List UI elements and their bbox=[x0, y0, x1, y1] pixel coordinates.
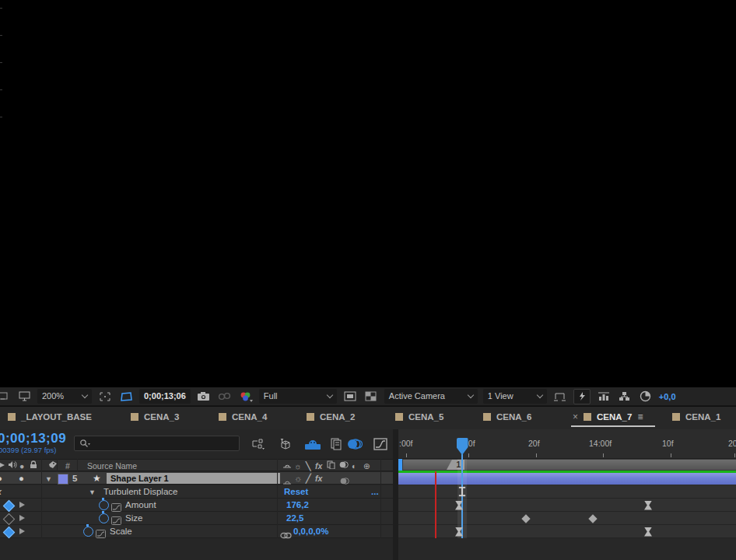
transparency-grid-icon[interactable] bbox=[363, 390, 379, 404]
timeline-button-icon[interactable] bbox=[596, 390, 612, 404]
layer-duration-bar[interactable] bbox=[398, 473, 736, 485]
tab-close-icon[interactable]: × bbox=[573, 411, 578, 422]
property-row-amount[interactable]: Amount 176,2 bbox=[0, 499, 393, 512]
timeline-column-header: ● # Source Name ☼ ╲ fx ◐ ⊕ bbox=[0, 459, 393, 471]
view-layout-select[interactable]: 1 View bbox=[483, 389, 547, 404]
target-region-icon[interactable] bbox=[342, 390, 358, 404]
comp-tab-CENA_6[interactable]: CENA_6 bbox=[483, 407, 531, 427]
show-snapshot-icon[interactable] bbox=[217, 390, 233, 404]
layer-fx-icon[interactable]: fx bbox=[315, 472, 322, 485]
link-dimensions-icon[interactable] bbox=[280, 528, 292, 542]
next-keyframe-icon[interactable] bbox=[19, 515, 25, 521]
label-color-chip[interactable] bbox=[58, 474, 68, 485]
tab-label: CENA_6 bbox=[496, 412, 531, 422]
layer-twirl-icon[interactable]: ▼ bbox=[45, 473, 52, 485]
ruler-label: :00f bbox=[399, 439, 413, 448]
frame-rate-info: 00399 (29.97 fps) bbox=[0, 446, 56, 454]
layer-number-column[interactable]: # bbox=[65, 460, 70, 471]
layer-number: 5 bbox=[72, 472, 77, 485]
preview-timecode-field[interactable]: 0;00;13;06 bbox=[139, 389, 191, 404]
video-column-icon bbox=[0, 460, 6, 471]
exposure-value[interactable]: +0,0 bbox=[659, 392, 676, 401]
comp-tab-_LAYOUT_BASE[interactable]: _LAYOUT_BASE bbox=[8, 407, 92, 427]
solo-toggle[interactable]: ● bbox=[19, 472, 24, 485]
scale-track[interactable] bbox=[398, 525, 736, 538]
property-value[interactable]: 22,5 bbox=[286, 512, 303, 524]
stopwatch-icon[interactable] bbox=[99, 500, 109, 510]
pane-divider[interactable] bbox=[393, 429, 398, 560]
camera-view-select[interactable]: Active Camera bbox=[384, 389, 478, 404]
next-keyframe-icon[interactable] bbox=[19, 528, 25, 534]
property-name[interactable]: Scale bbox=[110, 525, 132, 537]
tab-menu-icon[interactable]: ≡ bbox=[637, 411, 642, 422]
work-area-strip[interactable]: 1 bbox=[398, 459, 736, 471]
comp-tab-CENA_3[interactable]: CENA_3 bbox=[131, 407, 179, 427]
frame-blending-icon[interactable] bbox=[327, 436, 345, 452]
graph-editor-icon[interactable] bbox=[371, 436, 390, 452]
comp-flowchart-icon[interactable] bbox=[617, 390, 633, 404]
column-divider bbox=[277, 459, 278, 538]
property-row-size[interactable]: Size 22,5 bbox=[0, 512, 393, 525]
reset-exposure-icon[interactable] bbox=[638, 390, 654, 404]
effect-name[interactable]: Turbulent Displace bbox=[103, 485, 177, 498]
source-name-column[interactable]: Source Name bbox=[87, 460, 137, 471]
region-of-interest-icon[interactable] bbox=[118, 390, 134, 404]
graph-toggle-icon[interactable] bbox=[96, 527, 106, 541]
draft-3d-icon[interactable] bbox=[276, 436, 295, 452]
comp-mini-flowchart-icon[interactable] bbox=[249, 436, 268, 452]
comp-tab-CENA_4[interactable]: CENA_4 bbox=[219, 407, 267, 427]
property-name[interactable]: Size bbox=[125, 512, 142, 524]
keyframe-nav-diamond[interactable] bbox=[3, 527, 16, 539]
fast-previews-icon[interactable] bbox=[573, 389, 591, 404]
layer-quality-icon[interactable]: ╱ bbox=[306, 472, 311, 485]
tab-label: CENA_2 bbox=[320, 412, 355, 422]
tab-label: CENA_3 bbox=[144, 412, 179, 422]
comp-tab-CENA_5[interactable]: CENA_5 bbox=[395, 407, 443, 427]
eye-icon[interactable]: ● bbox=[0, 472, 2, 485]
size-track[interactable] bbox=[398, 512, 736, 525]
effect-reset-link[interactable]: Reset bbox=[284, 485, 308, 498]
shy-layers-icon[interactable] bbox=[303, 436, 322, 452]
layer-name[interactable]: Shape Layer 1 bbox=[107, 473, 280, 484]
property-name[interactable]: Amount bbox=[125, 499, 156, 511]
comp-tab-CENA_7[interactable]: ×CENA_7≡ bbox=[573, 407, 642, 427]
effect-group-track[interactable] bbox=[398, 485, 736, 499]
snapshot-camera-icon[interactable] bbox=[196, 390, 212, 404]
effect-group-row[interactable]: fx ▼ Turbulent Displace Reset ... bbox=[0, 485, 393, 499]
layer-row[interactable]: ● ● ▼ 5 ★ Shape Layer 1 ☼ ╱ fx bbox=[0, 472, 393, 485]
fx-switch-icon: fx bbox=[315, 460, 322, 471]
motion-blur-icon[interactable] bbox=[345, 436, 364, 452]
amount-track[interactable] bbox=[398, 499, 736, 512]
magnification-select[interactable]: 200% bbox=[37, 389, 92, 404]
composition-viewport[interactable] bbox=[0, 0, 736, 387]
search-input[interactable] bbox=[74, 436, 240, 451]
effect-options-link[interactable]: ... bbox=[371, 485, 379, 498]
comp-tab-CENA_1[interactable]: CENA_1 bbox=[672, 407, 720, 427]
hand-tool-icon[interactable] bbox=[0, 390, 11, 404]
comp-tab-CENA_2[interactable]: CENA_2 bbox=[307, 407, 355, 427]
channels-icon[interactable] bbox=[238, 390, 254, 404]
layer-collapse-icon[interactable]: ☼ bbox=[294, 472, 302, 485]
stopwatch-icon[interactable] bbox=[83, 527, 93, 537]
time-ruler[interactable]: :00f10f20f14:00f10f20f bbox=[398, 429, 736, 459]
viewport-ruler-tick bbox=[0, 117, 2, 117]
monitor-icon[interactable] bbox=[16, 390, 32, 404]
time-navigator-start[interactable] bbox=[398, 459, 402, 471]
current-timecode[interactable]: 0;00;13;09 bbox=[0, 431, 66, 446]
stopwatch-icon[interactable] bbox=[99, 513, 109, 523]
next-keyframe-icon[interactable] bbox=[19, 502, 25, 508]
property-value[interactable]: 176,2 bbox=[286, 499, 309, 511]
keyframe-nav-diamond[interactable] bbox=[3, 513, 16, 526]
property-value[interactable]: 0,0,0,0% bbox=[293, 525, 328, 537]
property-row-scale[interactable]: Scale 0,0,0,0% bbox=[0, 525, 393, 538]
keyframe-nav-diamond[interactable] bbox=[3, 500, 16, 513]
grid-guides-icon[interactable] bbox=[97, 390, 113, 404]
chevron-down-icon bbox=[82, 392, 88, 398]
effect-twirl-icon[interactable]: ▼ bbox=[89, 486, 96, 499]
comp-icon bbox=[131, 413, 138, 421]
ruler-tick bbox=[734, 453, 735, 457]
motion-blur-switch-icon bbox=[339, 460, 349, 471]
resolution-select[interactable]: Full bbox=[259, 389, 337, 404]
viewport-ruler-tick bbox=[0, 8, 2, 9]
pixel-aspect-icon[interactable] bbox=[552, 390, 568, 404]
